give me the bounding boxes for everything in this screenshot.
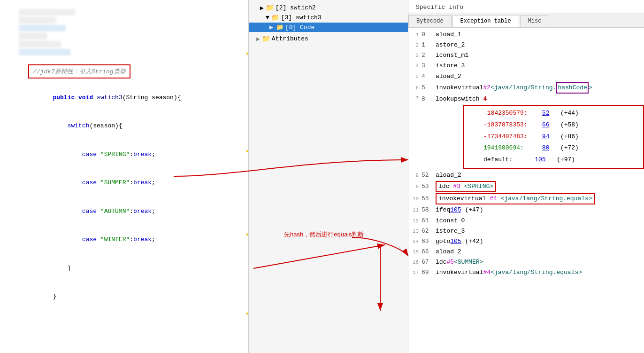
collapse-arrow-swtich2: ▶ (260, 4, 264, 12)
lookup-entry-default: default: 105 (+97) (469, 154, 637, 166)
svg-line-1 (253, 245, 385, 268)
collapse-arrow-swtich3: ▼ (266, 14, 269, 21)
tree-label-swtich2: [2] swtich2 (276, 4, 316, 11)
arrow-code: ▶ (269, 24, 273, 31)
lookup-entry-4: 1941980694: 80 (+72) (469, 142, 637, 154)
code-line-2: switch(season){ (5, 112, 248, 141)
tab-misc[interactable]: Misc (520, 15, 550, 27)
folder-icon-swtich3: 📁 (271, 14, 279, 22)
lookup-entry-3: -1734407483: 94 (+86) (469, 131, 637, 143)
lookup-entry-2: -1837878353: 66 (+58) (469, 119, 637, 131)
bc-row-8: 8 52 aload_2 (408, 170, 644, 180)
code-area: public void swtich3(String season){ swit… (0, 83, 248, 311)
tabs-row: Bytecode Exception table Misc (408, 13, 644, 28)
hashcode-highlight: hashCode (556, 82, 588, 94)
code-line-6: case "WINTER":break; (5, 226, 248, 254)
arrow-attributes: ▶ (256, 35, 260, 43)
tree-label-code: [0] Code (285, 24, 314, 31)
bc-row-1: 1 0 aload_1 (408, 30, 644, 40)
bc-row-2: 2 1 astore_2 (408, 40, 644, 50)
code-line-5: case "AUTUMN":break; (5, 197, 248, 226)
invokevirtual-equals-box: invokevirtual #4 <java/lang/String.equal… (436, 193, 595, 204)
folder-icon-swtich2: 📁 (266, 4, 274, 12)
bc-row-12: 12 61 iconst_0 (408, 216, 644, 226)
bytecode-content[interactable]: 1 0 aload_1 2 1 astore_2 3 2 iconst_m1 4… (408, 28, 644, 353)
bc-row-13: 13 62 istore_3 (408, 226, 644, 236)
bc-row-11: 11 58 ifeq 105 (+47) (408, 205, 644, 215)
bc-row-10: 10 55 invokevirtual #4 <java/lang/String… (408, 193, 644, 205)
code-editor-panel: //jdk7新特性：引入String类型 public void swtich3… (0, 0, 249, 353)
specific-info-header: Specific info (408, 0, 644, 13)
tree-label-swtich3: [3] swtich3 (281, 14, 322, 21)
lookup-box: -1842350579: 52 (+44) -1837878353: 66 (463, 105, 644, 169)
tree-item-attributes[interactable]: ▶ 📁 Attributes (249, 34, 408, 44)
tree-label-attributes: Attributes (272, 35, 308, 42)
lookup-container: lookupswitch 4 -1842350579: 52 (+44) -18… (436, 94, 644, 170)
code-line-8: } (5, 282, 248, 311)
tree-item-swtich2[interactable]: ▶ 📁 [2] swtich2 (249, 3, 408, 13)
lookup-entry-1: -1842350579: 52 (+44) (469, 108, 637, 119)
red-arrows-svg (249, 231, 399, 325)
code-line-3: case "SPRING":break; (5, 140, 248, 169)
code-line-1: public void swtich3(String season){ (5, 83, 248, 112)
tab-exception-table[interactable]: Exception table (452, 15, 519, 27)
tree-panel: ▶ 📁 [2] swtich2 ▼ 📁 [3] swtich3 ▶ 📁 [0] … (249, 0, 408, 353)
tree-item-code[interactable]: ▶ 📁 [0] Code (249, 23, 408, 32)
bc-row-3: 3 2 iconst_m1 (408, 50, 644, 61)
bc-row-9: 9 53 ldc #3 <SPRING> (408, 180, 644, 193)
bc-row-4: 4 3 istore_3 (408, 61, 644, 71)
code-line-7: } (5, 254, 248, 282)
bc-row-14: 14 63 goto 105 (+42) (408, 236, 644, 247)
tree-item-swtich3[interactable]: ▼ 📁 [3] swtich3 (249, 13, 408, 23)
ldc-spring-box: ldc #3 <SPRING> (436, 181, 496, 192)
bc-row-17: 17 69 invokevirtual #4 <java/lang/String… (408, 267, 644, 278)
tab-bytecode[interactable]: Bytecode (408, 15, 452, 27)
folder-icon-code: 📁 (276, 24, 284, 31)
annotation-box: //jdk7新特性：引入String类型 (28, 64, 130, 78)
folder-icon-attributes: 📁 (262, 35, 270, 43)
bc-row-15: 15 66 aload_2 (408, 247, 644, 257)
bc-row-5: 5 4 aload_2 (408, 71, 644, 82)
bc-row-6: 6 5 invokevirtual #2 <java/lang/String.h… (408, 82, 644, 94)
bytecode-panel: Specific info Bytecode Exception table M… (408, 0, 644, 353)
code-line-4: case "SUMMER":break; (5, 169, 248, 197)
bc-row-7: 7 8 lookupswitch 4 -1842350579: 52 (+44) (408, 94, 644, 170)
bc-row-16: 16 67 ldc #5 <SUMMER> (408, 257, 644, 267)
